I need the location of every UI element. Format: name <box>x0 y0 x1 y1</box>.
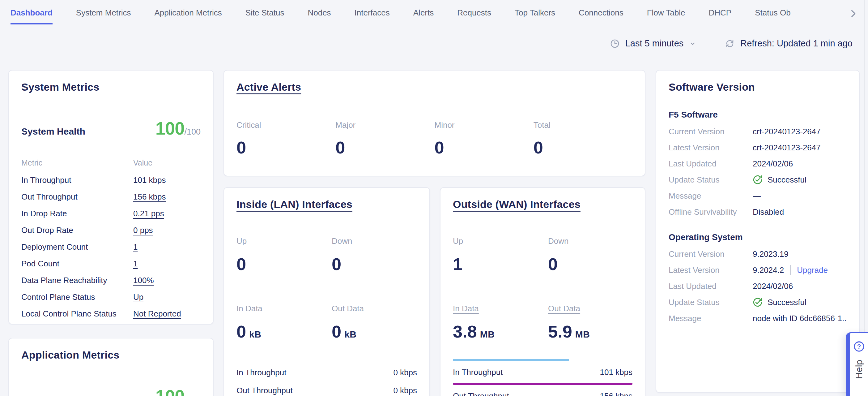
application-health-score: 100 /100 <box>155 386 200 396</box>
metric-label: Out Drop Rate <box>21 226 133 235</box>
throughput-row: In Throughput 101 kbps <box>453 359 632 378</box>
metric-row: In Throughput 101 kbps <box>21 172 200 189</box>
throughput-bar <box>453 359 569 361</box>
dashboard-page: Dashboard System Metrics Application Met… <box>0 0 868 396</box>
system-metrics-table: Metric Value In Throughput 101 kbps Out … <box>21 159 200 322</box>
metric-row: Out Drop Rate 0 pps <box>21 222 200 238</box>
lan-up-label: Up <box>237 236 332 246</box>
alert-stat-value: 0 <box>435 137 533 158</box>
metric-value-link[interactable]: Up <box>133 292 144 302</box>
active-alerts-card: Active Alerts Critical 0 Major 0 Minor 0… <box>223 70 645 176</box>
lan-down-label: Down <box>332 236 417 246</box>
metric-value-link[interactable]: Not Reported <box>133 309 181 319</box>
alert-stat-label: Critical <box>237 120 335 130</box>
system-metrics-card: System Metrics System Health 100 /100 Me… <box>8 70 214 324</box>
nav-tab-status-ob[interactable]: Status Ob <box>755 0 791 24</box>
alert-stat-value: 0 <box>335 137 434 158</box>
wan-down-label: Down <box>548 236 632 246</box>
software-row: Update Status Successful <box>669 294 847 310</box>
refresh-button[interactable]: Refresh: Updated 1 min ago <box>725 38 852 49</box>
software-version-card: Software Version F5 Software Current Ver… <box>656 70 860 393</box>
nav-tab-application-metrics[interactable]: Application Metrics <box>155 0 222 24</box>
alert-stat: Major 0 <box>335 120 434 158</box>
software-row-value: 9.2024.2 Upgrade <box>753 265 847 275</box>
top-nav: Dashboard System Metrics Application Met… <box>10 0 846 24</box>
alert-stat-label: Minor <box>435 120 533 130</box>
throughput-bar <box>453 383 632 385</box>
nav-tab-dhcp[interactable]: DHCP <box>709 0 732 24</box>
throughput-label: Out Throughput <box>453 391 509 396</box>
metric-value-link[interactable]: 1 <box>133 259 137 268</box>
table-body: In Throughput 101 kbps Out Throughput 15… <box>21 172 200 322</box>
software-row: Last Updated 2024/02/06 <box>669 155 847 172</box>
nav-tab-flow-table[interactable]: Flow Table <box>647 0 685 24</box>
help-button[interactable]: ? Help <box>846 332 868 396</box>
nav-tab-site-status[interactable]: Site Status <box>245 0 284 24</box>
wan-out-data-link[interactable]: Out Data <box>548 304 580 313</box>
nav-tab-dashboard[interactable]: Dashboard <box>10 0 53 24</box>
alert-stat: Minor 0 <box>435 120 533 158</box>
software-row-value: Successful <box>753 297 847 307</box>
nav-tab-interfaces[interactable]: Interfaces <box>354 0 390 24</box>
lan-out-data-unit: kB <box>344 329 356 340</box>
metric-row: In Drop Rate 0.21 pps <box>21 205 200 222</box>
system-metrics-title: System Metrics <box>21 81 200 93</box>
upgrade-link[interactable]: Upgrade <box>797 265 828 275</box>
software-row-value: — <box>753 191 847 201</box>
update-success-icon <box>753 297 763 307</box>
metric-value-link[interactable]: 0.21 pps <box>133 209 164 219</box>
alert-stat-label: Major <box>335 120 434 130</box>
system-health-score: 100 /100 <box>155 118 200 139</box>
metric-value-link[interactable]: 156 kbps <box>133 192 166 202</box>
throughput-row: Out Throughput 0 kbps <box>237 384 417 396</box>
nav-tab-nodes[interactable]: Nodes <box>308 0 331 24</box>
time-range-label: Last 5 minutes <box>625 38 684 49</box>
nav-overflow-button[interactable] <box>846 7 860 21</box>
throughput-label: In Throughput <box>237 368 286 377</box>
software-sections: F5 Software Current Version crt-20240123… <box>669 110 847 327</box>
wan-out-data-unit: MB <box>575 329 590 340</box>
software-row-value: crt-20240123-2647 <box>753 143 847 152</box>
nav-tab-system-metrics[interactable]: System Metrics <box>76 0 131 24</box>
metric-value-link[interactable]: 101 kbps <box>133 175 166 185</box>
refresh-icon <box>725 39 735 49</box>
software-row: Current Version crt-20240123-2647 <box>669 123 847 140</box>
metric-row: Control Plane Status Up <box>21 289 200 305</box>
wan-interfaces-title-link[interactable]: Outside (WAN) Interfaces <box>453 198 581 210</box>
wan-in-data-link[interactable]: In Data <box>453 304 479 313</box>
svg-text:?: ? <box>857 343 861 350</box>
wan-up-value: 1 <box>453 254 548 274</box>
software-row: Last Updated 2024/02/06 <box>669 278 847 294</box>
throughput-label: In Throughput <box>453 368 503 377</box>
software-row-label: Last Updated <box>669 159 753 169</box>
metric-label: Out Throughput <box>21 192 133 202</box>
metric-row: Pod Count 1 <box>21 255 200 272</box>
throughput-row: Out Throughput 156 kbps <box>453 383 632 396</box>
nav-tab-connections[interactable]: Connections <box>579 0 623 24</box>
nav-tab-alerts[interactable]: Alerts <box>413 0 434 24</box>
table-header: Metric Value <box>21 159 200 167</box>
wan-throughput-rows: In Throughput 101 kbps Out Throughput 15… <box>453 359 632 396</box>
metric-value-link[interactable]: 1 <box>133 242 137 252</box>
metric-value-link[interactable]: 0 pps <box>133 226 153 235</box>
nav-tab-requests[interactable]: Requests <box>457 0 491 24</box>
nav-tab-top-talkers[interactable]: Top Talkers <box>515 0 555 24</box>
toolbar: Last 5 minutes Refresh: Updated 1 min ag… <box>610 38 852 49</box>
lan-interfaces-title-link[interactable]: Inside (LAN) Interfaces <box>237 198 352 210</box>
time-range-selector[interactable]: Last 5 minutes <box>610 38 697 49</box>
active-alerts-title-link[interactable]: Active Alerts <box>237 81 301 93</box>
software-row-label: Current Version <box>669 249 753 259</box>
metric-label: Control Plane Status <box>21 292 133 302</box>
throughput-value: 101 kbps <box>600 368 632 377</box>
metric-value-link[interactable]: 100% <box>133 276 154 285</box>
application-health-row: Application Health 100 /100 <box>21 386 200 396</box>
wan-data: In Data 3.8 MB Out Data 5.9 MB <box>453 304 632 342</box>
lan-out-data-value: 0 kB <box>332 321 417 342</box>
throughput-value: 156 kbps <box>600 391 632 396</box>
lan-throughput-rows: In Throughput 0 kbps Out Throughput 0 kb… <box>237 366 417 396</box>
software-row: Message — <box>669 188 847 204</box>
system-health-label: System Health <box>21 126 85 137</box>
application-metrics-title: Application Metrics <box>21 349 200 361</box>
wan-in-data-unit: MB <box>480 329 495 340</box>
application-metrics-card: Application Metrics Application Health 1… <box>8 338 214 396</box>
